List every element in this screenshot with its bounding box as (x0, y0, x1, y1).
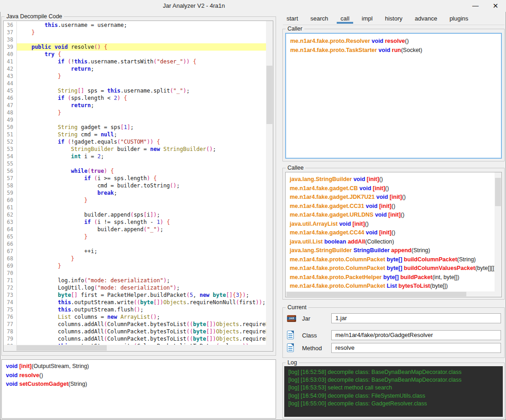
horizontal-scrollbar[interactable] (286, 291, 495, 297)
code-editor[interactable]: 36 this.username = username;37 }3839 pub… (3, 21, 273, 352)
code-text: while(true) { (17, 167, 266, 175)
method-field[interactable]: resolve (331, 343, 501, 353)
signature-item[interactable]: me.n1ar4.fake.proto.Resolver void resolv… (290, 37, 497, 46)
code-line[interactable]: 53 StringBuilder builder = new StringBui… (4, 145, 266, 153)
code-line[interactable]: 59 break; (4, 189, 266, 197)
line-number: 45 (4, 87, 17, 94)
code-line[interactable]: 71 log.info("mode: deserialization"); (4, 277, 266, 284)
vertical-scrollbar-thumb[interactable] (266, 66, 272, 124)
jar-field[interactable]: 1.jar (331, 313, 501, 323)
tab-history[interactable]: history (381, 13, 406, 23)
tab-call[interactable]: call (337, 13, 353, 24)
code-line[interactable]: 43 } (4, 73, 266, 80)
signature-item[interactable]: me.n1ar4.fake.gadget.URLDNS void [init](… (290, 211, 490, 220)
code-line[interactable]: 51 String cmd = null; (4, 131, 266, 138)
code-line[interactable]: 49 (4, 116, 266, 124)
code-line[interactable]: 72 LogUtil.log("mode: deserialization"); (4, 284, 266, 291)
horizontal-scrollbar-thumb[interactable] (287, 292, 466, 296)
code-text (17, 240, 266, 248)
code-line[interactable]: 47 return; (4, 102, 266, 109)
code-text: } (17, 255, 266, 262)
vertical-scrollbar[interactable] (266, 21, 273, 345)
code-text: this.outputStream.write((byte[])Objects.… (17, 299, 266, 306)
code-line[interactable]: 62 builder.append(sps[i]); (4, 211, 266, 218)
code-line[interactable]: 79 columns.addAll(ColumnPacket.bytesToLi… (4, 335, 266, 342)
minimize-button[interactable]: — (467, 0, 484, 12)
signature-item[interactable]: void setCustomGadget(String) (6, 380, 271, 389)
signature-item[interactable]: java.util.ArrayList void [init]() (290, 220, 490, 229)
code-line[interactable]: 67 ++i; (4, 248, 266, 255)
horizontal-scrollbar-thumb[interactable] (16, 345, 107, 351)
signature-item[interactable]: me.n1ar4.fake.proto.ColumnPacket byte[] … (290, 255, 490, 264)
code-line[interactable]: 77 columns.addAll(ColumnPacket.bytesToLi… (4, 321, 266, 328)
code-line[interactable]: 37 } (4, 29, 266, 36)
callee-panel-title: Callee (286, 165, 305, 171)
code-line[interactable]: 50 String gadget = sps[1]; (4, 124, 266, 131)
signature-item[interactable]: java.util.List boolean addAll(Collection… (290, 238, 490, 247)
code-line[interactable]: 42 return; (4, 65, 266, 73)
code-line[interactable]: 57 if (i >= sps.length) { (4, 175, 266, 182)
code-line[interactable]: 73 byte[] first = PacketHelper.buildPack… (4, 291, 266, 299)
signature-item[interactable]: me.n1ar4.fake.gadget.CC44 void [init]() (290, 228, 490, 238)
tab-advance[interactable]: advance (411, 13, 441, 23)
code-line[interactable]: 46 if (sps.length < 2) { (4, 94, 266, 102)
code-line[interactable]: 38 (4, 36, 266, 43)
horizontal-scrollbar[interactable] (4, 345, 266, 351)
class-name: java.lang.StringBuilder (290, 176, 352, 182)
code-line[interactable]: 55 (4, 160, 266, 167)
signature-item[interactable]: me.n1ar4.fake.gadget.JDK7U21 void [init]… (290, 193, 490, 202)
code-line[interactable]: 66 (4, 240, 266, 248)
signature-item[interactable]: me.n1ar4.fake.proto.ColumnPacket byte[] … (290, 264, 490, 273)
code-line[interactable]: 69 } (4, 262, 266, 270)
code-line[interactable]: 44 (4, 80, 266, 87)
code-line[interactable]: 56 while(true) { (4, 167, 266, 175)
return-type: StringBuilder (354, 247, 390, 254)
code-line[interactable]: 41 if (!this.username.startsWith("deser_… (4, 58, 266, 65)
code-line[interactable]: 70 (4, 270, 266, 277)
code-line[interactable]: 78 columns.addAll(ColumnPacket.bytesToLi… (4, 328, 266, 335)
signature-item[interactable]: void [init](OutputStream, String) (6, 362, 271, 371)
method-list[interactable]: void [init](OutputStream, String)void re… (1, 359, 276, 419)
decompile-panel: Java Decompile Code 36 this.username = u… (1, 16, 276, 356)
code-line[interactable]: 64 builder.append("_"); (4, 226, 266, 233)
signature-item[interactable]: me.n1ar4.fake.gadget.CC31 void [init]() (290, 202, 490, 211)
code-line[interactable]: 54 int i = 2; (4, 153, 266, 160)
code-line[interactable]: 40 try { (4, 51, 266, 58)
callee-list[interactable]: java.lang.StringBuilder void [init]()me.… (285, 172, 502, 297)
code-line[interactable]: 63 if (i != sps.length - 1) { (4, 218, 266, 226)
signature-item[interactable]: me.n1ar4.fake.gadget.CB void [init]() (290, 184, 490, 193)
log-line: [log] [16:55:00] decompile class: Gadget… (288, 400, 499, 408)
close-button[interactable]: ✕ (487, 0, 504, 12)
code-line[interactable]: 61 (4, 204, 266, 211)
tab-plugins[interactable]: plugins (446, 13, 472, 23)
signature-item[interactable]: java.lang.StringBuilder void [init]() (290, 175, 490, 184)
code-line[interactable]: 75 this.outputStream.flush(); (4, 306, 266, 313)
code-line[interactable]: 52 if (!gadget.equals("CUSTOM")) { (4, 138, 266, 145)
code-line[interactable]: 65 } (4, 233, 266, 240)
signature-item[interactable]: me.n1ar4.fake.proto.TaskStarter void run… (290, 46, 497, 55)
code-line[interactable]: 76 List columns = new ArrayList(); (4, 313, 266, 321)
code-text: } (17, 197, 266, 204)
vertical-scrollbar[interactable] (495, 172, 501, 291)
code-line[interactable]: 36 this.username = username; (4, 21, 266, 29)
tab-start[interactable]: start (283, 13, 302, 23)
code-line[interactable]: 74 this.outputStream.write((byte[])Objec… (4, 299, 266, 306)
code-line[interactable]: 45 String[] sps = this.username.split("_… (4, 87, 266, 94)
code-line[interactable]: 60 } (4, 197, 266, 204)
caller-list[interactable]: me.n1ar4.fake.proto.Resolver void resolv… (285, 33, 502, 159)
code-line[interactable]: 58 cmd = builder.toString(); (4, 182, 266, 189)
method-name: [init] (390, 194, 402, 200)
tab-search[interactable]: search (307, 13, 332, 23)
code-lines: 36 this.username = username;37 }3839 pub… (4, 21, 266, 345)
tab-impl[interactable]: impl (358, 13, 376, 23)
code-text: builder.append("_"); (17, 226, 266, 233)
signature-item[interactable]: me.n1ar4.fake.proto.PacketHelper byte[] … (290, 273, 490, 282)
signature-item[interactable]: java.lang.StringBuilder StringBuilder ap… (290, 246, 490, 255)
code-line[interactable]: 68 } (4, 255, 266, 262)
class-field[interactable]: me/n1ar4/fake/proto/GadgetResolver (331, 330, 501, 340)
signature-item[interactable]: void resolve() (6, 371, 271, 380)
vertical-scrollbar-thumb[interactable] (495, 178, 501, 206)
code-line[interactable]: 39 public void resolve() { (4, 43, 266, 51)
signature-item[interactable]: me.n1ar4.fake.proto.ColumnPacket List by… (290, 282, 490, 291)
code-line[interactable]: 48 } (4, 109, 266, 116)
